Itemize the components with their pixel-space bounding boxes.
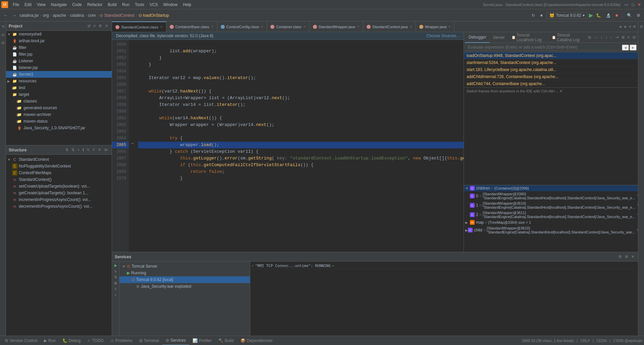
frame-item-1[interactable]: startInternal:5264, StandardContext (org… xyxy=(464,59,638,66)
debug-down-icon[interactable]: ↓ xyxy=(600,35,604,40)
menu-build[interactable]: Build xyxy=(105,1,119,8)
breadcrumb-classname[interactable]: ⊙ StandardContext xyxy=(100,13,134,18)
debug-table-icon[interactable]: ⊞ xyxy=(621,35,626,40)
tabs-gear[interactable]: ⚙ xyxy=(632,24,637,29)
project-root[interactable]: ▼ 📁 memoryshell xyxy=(6,31,112,38)
tree-item-filter-jsp[interactable]: 📄 filter.jsp xyxy=(6,51,112,58)
tab-standard-wrapper-java[interactable]: StandardWrapper.java ✕ xyxy=(310,21,363,32)
tab-close-5[interactable]: ✕ xyxy=(357,25,360,28)
menu-edit[interactable]: Edit xyxy=(22,1,34,8)
project-sync-icon[interactable]: ⇄ xyxy=(87,23,92,28)
breadcrumb-jar[interactable]: catalina.jar xyxy=(19,13,39,18)
tree-item-arthas[interactable]: 🏺 arthas-boot.jar xyxy=(6,38,112,44)
tree-item-maven-archiver[interactable]: ▶ 📁 maven-archiver xyxy=(6,111,112,118)
project-settings-icon[interactable]: ⚙ xyxy=(98,23,103,28)
services-settings1-icon[interactable]: ⚙ xyxy=(618,254,623,259)
tabs-scroll-left[interactable]: ◄ xyxy=(618,24,623,29)
bottom-tab-debug[interactable]: 🐛 Debug xyxy=(59,336,84,345)
watch-expression-input[interactable] xyxy=(465,44,621,51)
var-item-children[interactable]: ▼ C children = {Container[3]@2996} xyxy=(464,185,638,191)
project-icon[interactable]: P xyxy=(0,23,5,30)
tree-item-listener[interactable]: ☕ Listener xyxy=(6,58,112,64)
services-tomcat-instance[interactable]: ⊙ Tomcat 9.0.62 [local] xyxy=(119,276,250,283)
tab-close-2[interactable]: ✕ xyxy=(211,25,214,28)
structure-item-contextfiltermaps[interactable]: C ContextFilterMaps xyxy=(6,169,112,176)
menu-refactor[interactable]: Refactor xyxy=(85,1,105,8)
project-gear-icon[interactable]: ✕ xyxy=(104,23,109,28)
tab-wrapper-java[interactable]: Wrapper.java ✕ xyxy=(416,21,455,32)
debug-panel-icon[interactable]: ⊟ xyxy=(632,35,637,40)
services-run-icon[interactable]: ▶ xyxy=(113,263,118,268)
structure-add-icon[interactable]: + xyxy=(76,147,80,152)
tree-item-test[interactable]: ▶ 📁 test xyxy=(6,84,112,91)
structure-root[interactable]: ▼ C StandardContext xyxy=(6,156,112,163)
structure-vars-icon[interactable]: V xyxy=(86,147,90,152)
services-log-area[interactable]: ✓ "RMI TCP Connec...untime": RUNNING ▾ xyxy=(250,262,638,336)
bottom-tab-profiler[interactable]: 📊 Profiler xyxy=(189,336,215,345)
stop-btn[interactable]: ■ xyxy=(614,12,620,19)
debug-tab-localhost-log[interactable]: 📋 Tomcat Localhost Log xyxy=(508,32,548,43)
var-item-2[interactable]: ▶ C 2 = {StandardWrapper@3611} "Standard… xyxy=(464,210,638,219)
bottom-tab-vcs[interactable]: ⚙ Version Control xyxy=(1,336,41,345)
services-deploy-item[interactable]: ⊛ Java_Security:war exploded xyxy=(119,283,250,290)
var-item-0[interactable]: ▶ C 0 = {StandardWrapper@3380} "Standard… xyxy=(464,191,638,201)
tab-container-class[interactable]: Container.class ✕ xyxy=(267,21,309,32)
structure-more-icon[interactable]: ≫ xyxy=(103,147,109,152)
structure-item-nopluggability[interactable]: C NoPluggabilityServletContext xyxy=(6,163,112,169)
menu-file[interactable]: File xyxy=(10,1,22,8)
bottom-tab-services[interactable]: ⊙ Services xyxy=(162,336,189,345)
tree-item-listener-jsp[interactable]: 📄 listener.jsp xyxy=(6,64,112,71)
frame-item-4[interactable]: addChild:744, ContainerBase (org.apache.… xyxy=(464,80,638,87)
structure-icon[interactable]: S xyxy=(0,31,5,39)
sync-btn[interactable]: ↻ xyxy=(530,12,537,19)
search-everywhere-btn[interactable]: 🔍 xyxy=(625,12,634,19)
tab-close-3[interactable]: ✕ xyxy=(261,25,263,28)
menu-view[interactable]: View xyxy=(34,1,48,8)
bottom-tab-terminal[interactable]: ⊞ Terminal xyxy=(136,336,162,345)
menu-run[interactable]: Run xyxy=(119,1,132,8)
bottom-tab-build[interactable]: 🔨 Build xyxy=(215,336,237,345)
bottom-tab-todo[interactable]: ✓ TODO xyxy=(84,336,107,345)
watch-next-btn[interactable]: ► xyxy=(630,45,637,51)
structure-item-setcreate[interactable]: m setCreateUploadTargets(boolean): voi..… xyxy=(6,183,112,190)
services-expand-icon[interactable]: ⇅ xyxy=(113,275,118,280)
tree-item-servlet1[interactable]: ☕ Servlet1 xyxy=(6,71,112,78)
run-button[interactable]: ▶ xyxy=(589,12,593,18)
debug-step2-icon[interactable]: ⇥ xyxy=(614,35,620,40)
tab-close-6[interactable]: ✕ xyxy=(410,25,412,28)
breadcrumb-catalina[interactable]: catalina xyxy=(70,13,84,18)
debug-tab-debugger[interactable]: Debugger xyxy=(465,32,490,43)
bottom-tab-run[interactable]: ▶ Run xyxy=(41,336,59,345)
tree-item-classes[interactable]: ▶ 📁 classes xyxy=(6,98,112,105)
structure-item-constructor[interactable]: m StandardContext() xyxy=(6,176,112,183)
services-close-icon[interactable]: ✕ xyxy=(630,254,635,259)
menu-vcs[interactable]: VCS xyxy=(147,1,161,8)
tab-standard-context-class[interactable]: StandardContext.class ✕ xyxy=(112,21,166,32)
services-collapse-all-icon[interactable]: ≡ xyxy=(113,269,117,274)
services-group-icon[interactable]: ⊞ xyxy=(113,281,118,286)
bookmarks-icon[interactable]: B xyxy=(0,39,5,47)
tabs-more[interactable]: ▾ xyxy=(629,24,632,29)
bottom-tab-dependencies[interactable]: 📦 Dependencies xyxy=(237,336,276,345)
breadcrumb-org[interactable]: org xyxy=(43,13,49,18)
notification-icon[interactable]: N xyxy=(639,23,644,30)
coverage-btn[interactable]: 🔬 xyxy=(604,12,612,19)
frame-item-2[interactable]: start:183, LifecycleBase (org.apache.cat… xyxy=(464,66,638,73)
bookmark-btn[interactable]: ★ xyxy=(538,12,545,19)
toolbar-forward-btn[interactable]: → xyxy=(11,12,18,19)
tab-context-config-class[interactable]: ContextConfig.class ✕ xyxy=(217,21,267,32)
debug-up-icon[interactable]: ↑ xyxy=(609,35,613,40)
toolbar-back-btn[interactable]: ← xyxy=(2,12,9,19)
tab-standard-context-java[interactable]: StandardContext.java ✕ xyxy=(363,21,416,32)
debug-tab-catalina-log[interactable]: 📋 Tomcat Catalina Log xyxy=(548,32,587,43)
tree-item-filter[interactable]: ☕ filter xyxy=(6,44,112,51)
settings-btn[interactable]: ⚙ xyxy=(635,12,642,19)
services-running-group[interactable]: ▼ ▶ Running xyxy=(119,270,250,276)
tab-close-4[interactable]: ✕ xyxy=(303,25,306,28)
var-item-1[interactable]: ▶ C 1 = {StandardWrapper@3610} "Standard… xyxy=(464,201,638,210)
tab-close-7[interactable]: ✕ xyxy=(448,25,451,28)
debug-button[interactable]: 🐛 xyxy=(594,12,603,19)
tree-item-jar[interactable]: 🏺 Java_Security_1.0-SNAPSHOT.jar xyxy=(6,125,112,131)
minimize-btn[interactable]: — xyxy=(623,1,630,8)
tree-item-resources[interactable]: ▶ 📁 resources xyxy=(6,78,112,84)
